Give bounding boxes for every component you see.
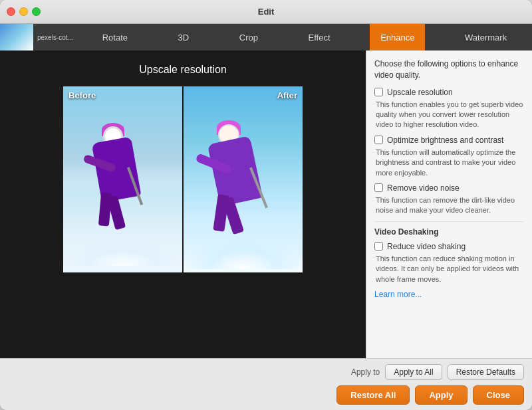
deshaking-section-title: Video Deshaking [374, 227, 524, 237]
window-title: Edit [258, 7, 275, 17]
after-panel: After [184, 86, 303, 272]
settings-intro: Choose the following options to enhance … [374, 58, 524, 81]
settings-panel: Choose the following options to enhance … [366, 51, 532, 358]
apply-to-label: Apply to [351, 364, 380, 380]
thumbnail [0, 24, 33, 51]
tab-3d[interactable]: 3D [168, 24, 200, 51]
optimize-brightness-checkbox[interactable] [374, 136, 383, 144]
apply-to-row: Apply to Apply to All Restore Defaults [8, 364, 524, 380]
tab-effect[interactable]: Effect [298, 24, 341, 51]
upscale-resolution-checkbox[interactable] [374, 88, 383, 96]
learn-more-link[interactable]: Learn more... [374, 290, 524, 299]
title-bar: Edit [0, 0, 532, 24]
thumbnail-image [0, 24, 33, 51]
after-image [184, 86, 303, 272]
apply-button[interactable]: Apply [415, 385, 467, 405]
remove-noise-label[interactable]: Remove video noise [387, 183, 460, 193]
optimize-brightness-row: Optimize brightness and contrast [374, 136, 524, 145]
video-panel: Upscale resolution Before [0, 51, 366, 358]
reduce-shaking-desc: This function can reduce shaking motion … [374, 254, 524, 284]
before-image [63, 86, 182, 272]
remove-noise-desc: This function can remove the dirt-like v… [374, 195, 524, 216]
bottom-bar: Apply to Apply to All Restore Defaults R… [0, 358, 532, 410]
traffic-lights [7, 7, 41, 16]
reduce-shaking-checkbox[interactable] [374, 242, 383, 251]
tab-enhance[interactable]: Enhance [370, 24, 425, 51]
tab-bar: pexels-cot... Rotate 3D Crop Effect Enha… [0, 24, 532, 51]
upscale-resolution-label[interactable]: Upscale resolution [387, 88, 453, 97]
optimize-brightness-label[interactable]: Optimize brightness and contrast [387, 136, 503, 145]
maximize-button[interactable] [32, 7, 41, 16]
reduce-shaking-row: Reduce video shaking [374, 242, 524, 251]
main-window: Edit pexels-cot... Rotate 3D Crop Effect… [0, 0, 532, 410]
thumbnail-label: pexels-cot... [33, 34, 77, 41]
restore-all-button[interactable]: Restore All [336, 385, 410, 405]
apply-to-all-button[interactable]: Apply to All [385, 364, 442, 380]
tab-rotate[interactable]: Rotate [92, 24, 138, 51]
before-label: Before [68, 90, 96, 100]
upscale-resolution-row: Upscale resolution [374, 88, 524, 97]
remove-noise-checkbox[interactable] [374, 183, 383, 192]
upscale-resolution-desc: This function enables you to get superb … [374, 100, 524, 130]
tab-crop[interactable]: Crop [229, 24, 269, 51]
tab-list: Rotate 3D Crop Effect Enhance Watermark [77, 24, 532, 51]
skier-figure-before [76, 126, 150, 246]
close-button[interactable] [7, 7, 15, 16]
minimize-button[interactable] [19, 7, 28, 16]
before-panel: Before [63, 86, 182, 272]
close-button-bottom[interactable]: Close [473, 385, 524, 405]
before-after-container: Before [63, 86, 303, 272]
footer-buttons: Restore All Apply Close [8, 385, 524, 405]
video-panel-title: Upscale resolution [139, 64, 227, 76]
remove-noise-row: Remove video noise [374, 183, 524, 193]
optimize-brightness-desc: This function will automatically optimiz… [374, 148, 524, 178]
tab-watermark[interactable]: Watermark [454, 24, 517, 51]
skier-figure-after [190, 123, 270, 249]
reduce-shaking-label[interactable]: Reduce video shaking [387, 242, 466, 251]
divider [374, 221, 524, 222]
restore-defaults-button[interactable]: Restore Defaults [448, 364, 524, 380]
after-label: After [277, 90, 297, 100]
main-content: Upscale resolution Before [0, 51, 532, 358]
